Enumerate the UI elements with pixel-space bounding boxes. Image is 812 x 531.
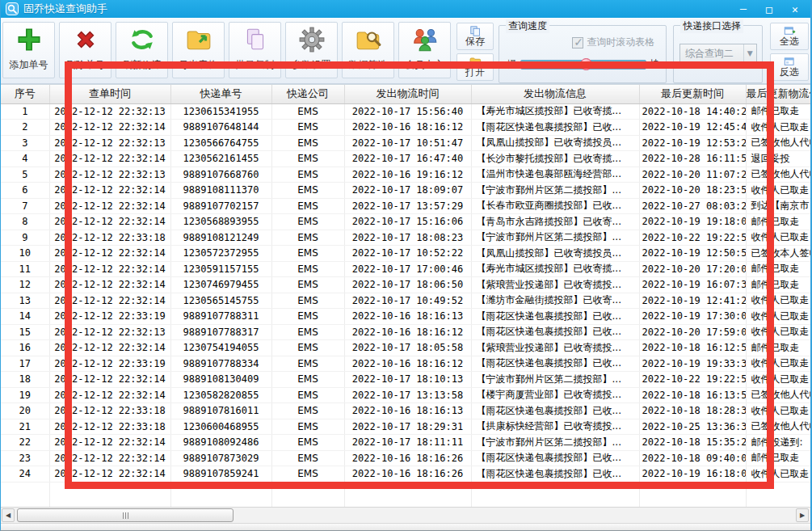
table-cell: EMS <box>271 277 344 293</box>
table-row[interactable]: 62022-12-12 22:32:149889108111370EMS2022… <box>1 183 810 199</box>
table-cell: 16 <box>1 340 49 356</box>
table-cell: 2022-10-20 18:23:51 <box>639 183 746 199</box>
column-header[interactable]: 快递公司 <box>271 85 344 103</box>
table-row[interactable]: 72022-12-12 22:32:149889107702157EMS2022… <box>1 198 810 214</box>
select-all-button[interactable]: 全选 <box>770 23 809 50</box>
delete-button[interactable]: 删除单号 <box>59 22 111 78</box>
titlebar: 固乔快递查询助手 ─ □ ✕ <box>1 0 810 18</box>
table-row[interactable]: 52022-12-12 22:32:139889107668760EMS2022… <box>1 166 810 183</box>
table-row[interactable]: 12022-12-12 22:32:131230615341955EMS2022… <box>1 103 810 120</box>
column-header[interactable]: 最后更新物流信息 <box>746 85 810 103</box>
invert-selection-button[interactable]: 反选 <box>770 53 809 81</box>
table-cell: 2022-12-12 22:33:18 <box>49 419 170 435</box>
table-row[interactable]: 82022-12-12 22:32:141230568893955EMS2022… <box>1 214 810 230</box>
table-cell: 【潍坊市金融街揽投部】已收寄... <box>471 293 639 309</box>
table-cell: 9889107668760 <box>170 166 271 183</box>
speed-slider-track[interactable] <box>520 60 646 70</box>
query-speed-panel: 查询速度 查询时滚动表格 慢 快 <box>499 25 667 83</box>
maximize-button[interactable]: □ <box>762 3 776 15</box>
table-cell: 2022-12-12 22:32:14 <box>49 450 170 466</box>
table-cell: EMS <box>271 103 344 120</box>
table-cell: 【雨花区快递包裹揽投部】已收... <box>471 450 639 466</box>
table-row[interactable]: 152022-12-12 22:32:139889107788317EMS202… <box>1 324 810 340</box>
table-cell: 2022-10-18 16:13:51 <box>639 387 746 403</box>
table-cell: 【楼宇商厦营业部】已收寄揽投... <box>471 387 639 403</box>
table-cell: 2022-12-12 22:32:14 <box>49 435 170 451</box>
table-row[interactable]: 102022-12-12 22:32:141230572372955EMS202… <box>1 246 810 262</box>
table-cell: 5 <box>1 166 49 183</box>
table-cell: 9889107788311 <box>170 309 271 325</box>
toolbar: 添加单号删除单号刷新物流导出表格批量复制参数设置数据筛选会员中心 保存 打开 查… <box>1 18 810 84</box>
add-button[interactable]: 添加单号 <box>2 22 55 78</box>
table-row[interactable]: 192022-12-12 22:32:141230582820855EMS202… <box>1 387 810 403</box>
table-row[interactable]: 132022-12-12 22:32:141230565145755EMS202… <box>1 293 810 309</box>
table-cell: EMS <box>271 261 344 277</box>
table-cell: 18 <box>1 372 49 388</box>
filter-button[interactable]: 数据筛选 <box>342 22 394 78</box>
table-cell: EMS <box>271 372 344 388</box>
table-cell: 2022-10-19 19:33:32 <box>639 356 746 372</box>
table-row[interactable]: 182022-12-12 22:32:149889108130409EMS202… <box>1 372 810 388</box>
interface-select-value: 综合查询二 <box>685 47 734 61</box>
table-row[interactable]: 212022-12-12 22:33:181230600468955EMS202… <box>1 419 810 435</box>
open-button[interactable]: 打开 <box>456 53 494 81</box>
table-cell: 【紫琅营业投递部】已收寄揽投... <box>471 277 639 293</box>
table-row[interactable]: 202022-12-12 22:33:189889107816011EMS202… <box>1 403 810 419</box>
column-header[interactable]: 快递单号 <box>170 85 271 103</box>
column-header[interactable]: 查单时间 <box>49 85 170 103</box>
interface-select[interactable]: 综合查询二 ▼ <box>679 44 757 63</box>
table-cell: 2022-10-16 18:16:13 <box>344 309 471 325</box>
table-row[interactable]: 42022-12-12 22:32:141230562161455EMS2022… <box>1 151 810 167</box>
column-header[interactable]: 发出物流时间 <box>344 85 471 103</box>
table-row[interactable]: 32022-12-12 22:32:131230566764755EMS2022… <box>1 135 810 151</box>
speed-slider-handle[interactable] <box>580 58 592 70</box>
copy-button[interactable]: 批量复制 <box>229 22 281 78</box>
table-cell: 13 <box>1 293 49 309</box>
table-cell: 收件人已取走 <box>746 324 810 340</box>
refresh-button[interactable]: 刷新物流 <box>116 22 168 78</box>
save-button[interactable]: 保存 <box>456 23 494 50</box>
table-row[interactable]: 242022-12-12 22:32:149889107859241EMS202… <box>1 466 810 483</box>
table-cell: 邮件已取走 <box>746 103 810 120</box>
table-cell: 2022-10-18 09:40:05 <box>639 450 746 466</box>
table-row[interactable]: 232022-12-12 22:32:149889107873029EMS202… <box>1 450 810 466</box>
table-cell: 9889107873029 <box>170 450 271 466</box>
table-row[interactable]: 222022-12-12 22:32:149889108092486EMS202… <box>1 435 810 451</box>
horizontal-scrollbar[interactable]: ◀ ▶ <box>1 507 810 523</box>
table-cell: 15 <box>1 324 49 340</box>
table-cell: 9 <box>1 230 49 246</box>
close-button[interactable]: ✕ <box>788 3 802 15</box>
column-header[interactable]: 发出物流信息 <box>471 85 639 103</box>
table-cell: EMS <box>271 419 344 435</box>
scroll-left-arrow-icon[interactable]: ◀ <box>2 508 15 522</box>
member-button[interactable]: 会员中心 <box>398 22 451 78</box>
table-cell: 【雨花区快递包裹揽投部】已收... <box>471 324 639 340</box>
export-button[interactable]: 导出表格 <box>172 22 225 78</box>
table-row[interactable]: 112022-12-12 22:32:141230591157155EMS202… <box>1 261 810 277</box>
table-cell: 9889108092486 <box>170 435 271 451</box>
scrollbar-thumb[interactable] <box>17 508 234 522</box>
table-row[interactable]: 22022-12-12 22:32:149889107648144EMS2022… <box>1 120 810 136</box>
table-cell: 2022-12-12 22:32:14 <box>49 372 170 388</box>
table-cell: 9889108121249 <box>170 230 271 246</box>
table-cell: 2022-12-12 22:32:14 <box>49 198 170 214</box>
column-header[interactable]: 序号 <box>1 85 49 103</box>
table-cell: 2022-10-19 19:18:05 <box>639 214 746 230</box>
table-row[interactable]: 142022-12-12 22:33:199889107788311EMS202… <box>1 309 810 325</box>
table-cell: 邮件已取走 <box>746 214 810 230</box>
toolbar-button-label: 会员中心 <box>406 58 444 72</box>
scroll-table-checkbox[interactable] <box>572 37 583 48</box>
settings-button[interactable]: 参数设置 <box>285 22 338 78</box>
table-cell: 2022-10-19 12:41:29 <box>639 293 746 309</box>
table-row[interactable]: 172022-12-12 22:33:199889107788334EMS202… <box>1 356 810 372</box>
slider-fast-label: 快 <box>650 57 659 71</box>
toolbar-button-label: 批量复制 <box>236 58 275 72</box>
table-cell: EMS <box>271 214 344 230</box>
scroll-right-arrow-icon[interactable]: ▶ <box>796 508 809 522</box>
minimize-button[interactable]: ─ <box>736 3 751 15</box>
table-row[interactable]: 122022-12-12 22:32:141230746979455EMS202… <box>1 277 810 293</box>
table-cell: 收件人已取走 <box>746 183 810 199</box>
column-header[interactable]: 最后更新时间 <box>639 85 746 103</box>
table-row[interactable]: 92022-12-12 22:33:189889108121249EMS2022… <box>1 230 810 246</box>
table-row[interactable]: 162022-12-12 22:32:141230754194055EMS202… <box>1 340 810 356</box>
